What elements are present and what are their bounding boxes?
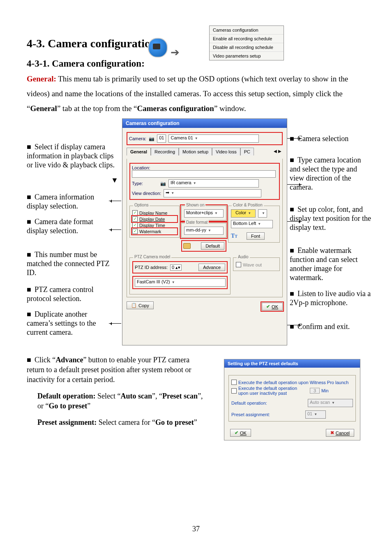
copy-button[interactable]: 📋Copy [127,301,154,309]
default-operation-label: Default operation: [231,401,267,405]
checkbox-display-time[interactable]: ✓Display Time [132,222,177,228]
page-number: 37 [0,525,392,533]
general-label: General: [27,74,56,83]
annot-right-1: Camera selection [297,134,348,143]
menu-item[interactable]: Video parameters setup [210,52,284,60]
position-select[interactable]: Bottom Left [231,220,273,228]
heading-4-3: 4-3. Camera configuration [27,37,365,50]
annot-left-2: Camera information display selection. [27,193,94,210]
default-operation-note: Default operation: Select “Auto scan”, “… [37,391,208,411]
date-format-select[interactable]: mm-dd-yy [184,227,224,235]
tab-motion-setup[interactable]: Motion setup [179,148,212,155]
type-label: Type: [132,181,143,186]
camera-selector-group: Camera: 📷 01 Camera 01 [127,132,283,145]
tab-general[interactable]: General [127,148,151,155]
preset-assignment-select[interactable]: 01 [305,410,326,419]
ptz-reset-dialog: Setting up the PTZ reset defaults ✓Execu… [224,359,360,440]
annot-right-5: Listen to live audio via a 2Vp-p microph… [290,290,371,307]
location-input[interactable] [132,170,276,178]
tab-video-loss[interactable]: Video loss [212,148,240,155]
tab-bar: General Recording Motion setup Video los… [127,148,283,155]
date-format-legend: Date format [185,220,209,225]
ptz-model-legend: PTZ Camera model [133,255,171,259]
ptz-cancel-button[interactable]: ✖Cancel [326,429,354,437]
camera-name-select[interactable]: Camera 01 [168,134,259,143]
camera-label: Camera: [129,136,146,141]
heading-4-3-1: 4-3-1. Camera configuration: [27,58,365,69]
ptz-ok-button[interactable]: ✔OK [230,429,251,437]
checkbox-display-date[interactable]: ✓Display Date [132,216,177,222]
ptz-dialog-title: Setting up the PTZ reset defaults [224,359,360,368]
options-legend: Options [133,203,150,207]
annot-left-4: This number must be matched the connecte… [27,250,109,277]
checkbox-watermark[interactable]: ✓Watermark [132,229,177,234]
default-operation-select[interactable]: Auto scan [308,399,353,407]
preset-assignment-label: Preset assignment: [231,412,270,417]
arrow-icon: ➔ [171,46,180,59]
color-select[interactable]: Color [231,209,256,218]
view-direction-label: View direction: [132,191,161,196]
checkbox-display-name[interactable]: ✓Display Name [132,210,177,215]
min-label: Min [321,388,329,393]
shown-on-select[interactable]: Monitor+clips [184,209,224,218]
menu-item[interactable]: Enable all recording schedule [210,35,284,43]
annot-left-3: Camera date format display selection. [27,218,93,235]
view-direction-select[interactable]: ➡ [164,189,261,197]
annot-left-1: Select if display camera information in … [27,143,115,169]
annot-right-4: Enable watermark function and can select… [290,246,357,282]
ok-button[interactable]: ✔OK [262,303,283,310]
tab-scroll-nav[interactable]: ◀ ▶ [272,148,283,155]
cameras-configuration-dialog: Cameras configuration Camera: 📷 01 Camer… [122,118,287,345]
checkbox-exec-on-inactivity[interactable]: ✓Execute the default operation upon user… [231,386,353,396]
menu-item[interactable]: Cameras configuration [210,26,284,35]
shown-on-legend: Shown on [185,203,205,207]
annot-left-5: PTZ camera control protocol selection. [27,285,94,303]
dialog-title: Cameras configuration [122,119,287,128]
context-menu: Cameras configuration Enable all recordi… [209,25,284,60]
camera-config-icon [148,38,168,58]
checkbox-wave-out[interactable]: ✓Wave out [236,262,277,267]
font-button[interactable]: Font [247,232,265,240]
tab-recording[interactable]: Recording [151,148,179,155]
advance-note: Click “Advance” button to enable your PT… [27,356,191,384]
advance-button[interactable]: Advance [198,264,225,271]
location-label: Location: [132,165,150,170]
annot-right-3: Set up color, font, and display text pos… [290,205,371,232]
annot-right-6: Confirm and exit. [297,322,350,331]
preset-assignment-note: Preset assignment: Select camera for “Go… [37,417,208,427]
intro-paragraph: General: This menu tab is primarily used… [27,72,365,116]
default-button[interactable]: Default [201,242,224,250]
checkbox-exec-on-launch[interactable]: ✓Execute the default operation upon Witn… [231,380,353,385]
annot-left-6: Duplicate another camera’s settings to t… [27,310,96,336]
color-position-legend: Color & Position [232,203,264,207]
font-icon: TT [231,233,238,239]
camera-number[interactable]: 01 [157,134,166,143]
ptz-id-spinner[interactable]: 0 ▴▾ [170,264,182,271]
ptz-model-select[interactable]: FastCam III (V2) [135,278,226,287]
ptz-id-label: PTZ ID address: [135,265,168,270]
menu-item[interactable]: Disable all recording schedule [210,43,284,52]
color-dropdown[interactable] [258,209,267,218]
audio-legend: Audio [237,255,250,259]
type-select[interactable]: IR camera [168,179,259,188]
folder-icon[interactable] [183,243,191,249]
tab-pc[interactable]: PC [240,148,254,155]
inactivity-minutes[interactable]: 3 [310,388,320,394]
